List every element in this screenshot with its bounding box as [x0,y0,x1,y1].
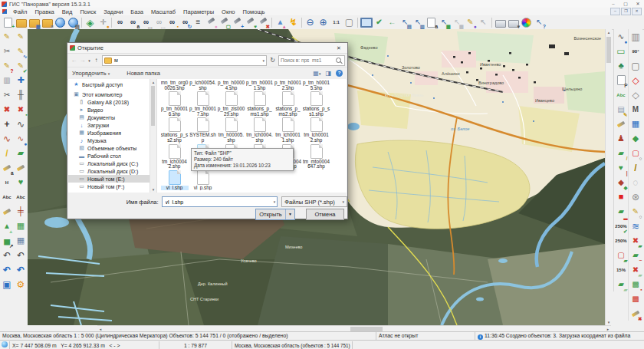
find-object-icon[interactable]: ∞ [113,16,127,28]
legend-colors-icon[interactable]: ▰▂ [615,204,628,219]
create-object-icon[interactable]: ✎ [1,29,14,44]
sidebar-item[interactable]: ▭Локальный диск (D:) [68,167,150,175]
open-map-copy-icon[interactable]: ▤ [67,16,80,28]
edit-point-icon[interactable]: + [1,117,14,131]
file-item[interactable]: vl_l.shp [160,170,189,191]
draw-pencil-icon[interactable]: ✎ [15,29,28,44]
object-composition-icon[interactable]: ✛● [97,16,110,28]
select-ellipse-icon[interactable]: ● [205,16,218,28]
edit-query-icon[interactable]: ✎? [1,58,14,73]
group-objects-icon[interactable]: ▦ [15,219,28,233]
zoom-in-icon[interactable]: ⊕ [317,16,330,28]
angle-90-icon[interactable]: 90° [629,44,642,58]
menu-item[interactable]: Задачи [100,8,127,15]
mdi-minimize-button[interactable]: – [610,8,620,15]
file-item[interactable]: p_tm_h00016.shp [160,91,189,117]
view-frame-icon[interactable]: ▢ [343,16,356,28]
delete-area2-icon[interactable]: ✖▰ [629,262,642,277]
delete-object-icon[interactable]: ✖ [1,102,14,117]
scroll-down-icon[interactable]: ▾ [606,319,612,325]
open-database-icon[interactable]: ≡ [41,16,54,28]
find-in-area-icon[interactable]: ∞▪ [166,16,179,28]
new-folder-button[interactable]: Новая папка [127,70,160,77]
filename-dropdown-icon[interactable]: ▾ [274,199,276,204]
split-line-icon[interactable]: ╪ [15,204,28,219]
sidebar-item[interactable]: ▧Объемные объекты [68,144,150,152]
triangulation-icon[interactable]: ▲▲ [1,219,14,233]
pencil-loop-icon[interactable]: ✎○ [629,204,642,219]
file-item[interactable]: p_tm_h00015.shp [302,81,330,91]
flashlight-delete-icon[interactable]: ✖ [629,306,642,321]
sidebar-item[interactable]: ▭Новый том (F:) [68,183,150,190]
context-help-icon[interactable]: ↖? [533,16,546,28]
filetype-select[interactable]: Файлы SHP (*.shp) ▾ [281,196,347,207]
grid-blue-icon[interactable]: ▦ [629,117,642,131]
step-back-icon[interactable]: ← [386,16,399,28]
pointer-icon[interactable]: ↖ [477,16,490,28]
sidebar-item[interactable]: ▸Видео [68,106,150,114]
search-input[interactable] [279,58,336,63]
sidebar-item[interactable]: ▤Документы [68,114,150,121]
sidebar-item[interactable]: ▦Изображения [68,129,150,137]
sidebar-item[interactable]: ▭Новый том (E:) [68,175,150,183]
select-add-icon[interactable]: + [231,16,244,28]
edit-style-icon[interactable]: ▥ [1,73,14,87]
palette-icon[interactable] [520,16,533,28]
dialog-close-button[interactable]: ✕ [330,45,347,51]
close-button[interactable]: ✕ [632,0,644,8]
scale-15-icon[interactable]: 15% [615,262,628,277]
mdi-close-button[interactable]: ✕ [632,8,642,15]
view-mode-caret-icon[interactable]: ▾ [319,71,321,76]
chart-growth-icon[interactable]: ▅↗ [1,233,14,248]
cut-object-icon[interactable]: ✂ [1,87,14,102]
file-item[interactable]: tm_mto0004647.shp [302,143,330,170]
area-measure-icon[interactable]: ▰/ [615,146,628,160]
file-item[interactable]: p_tm_h00012.shp [274,81,302,91]
file-item[interactable]: stations_p_ms2.shp [274,91,302,117]
flashlight-icon[interactable] [1,204,14,219]
file-item[interactable]: mn_tm_org00026.shp [160,81,189,91]
sidebar-scrollbar[interactable]: ▴ ▾ [150,79,157,193]
up-button[interactable]: ↑ [92,57,100,64]
object-list-icon[interactable]: ≡ [192,16,205,28]
print-icon[interactable] [494,16,507,28]
open-split-dropdown-icon[interactable]: ▼ [285,209,294,219]
organize-button[interactable]: Упорядочить ▾ [72,70,110,77]
search-icon[interactable] [336,58,341,63]
file-item[interactable]: p_tm_h00017.shp [189,91,217,117]
vertical-scroll-thumb[interactable] [606,37,611,63]
node-insert-icon[interactable]: ∿● [15,131,28,146]
sidebar-item[interactable]: ★Быстрый доступ [68,81,150,88]
preview-pane-icon[interactable]: ◨ [325,70,331,77]
menu-item[interactable]: Окно [218,8,238,15]
minimize-button[interactable]: – [607,0,619,8]
flashlight2-icon[interactable] [15,160,28,175]
address-bar[interactable]: м ▾ [102,55,267,66]
knife-cut-icon[interactable]: / [629,160,642,175]
map-vertical-scrollbar[interactable]: ▴ ▾ [605,29,612,325]
file-item[interactable]: tm_lch0004.shp [245,117,274,143]
open-map-icon[interactable] [15,16,28,28]
select-polygon-icon[interactable]: ▢ [218,16,231,28]
coordinate-stepper[interactable]: < - > [110,343,120,348]
edit-curve-icon[interactable]: ∿ [1,131,14,146]
file-item[interactable]: tm_lch00011.shp [274,117,302,143]
fill-pattern-icon[interactable]: ▩ [629,291,642,306]
sidebar-item[interactable]: ♪Музыка [68,137,150,144]
undo-blue-icon[interactable]: ↶ [1,262,14,277]
measure-route-icon[interactable]: ✎● [464,16,477,28]
select-on-map-off-icon[interactable]: ↖▦ [451,16,464,28]
subtract-area-icon[interactable]: ▰− [629,248,642,262]
new-map-icon[interactable]: + [2,16,15,28]
sidebar-scroll-up-icon[interactable]: ▴ [150,79,156,85]
file-item[interactable]: p_tm_h00011.shp [245,81,274,91]
back-button[interactable]: ← [70,57,78,64]
draw-confirm-icon[interactable]: ✎✔ [15,58,28,73]
delete-area-icon[interactable]: ✖▰ [629,233,642,248]
text-label-icon[interactable]: Abc [615,87,628,102]
select-to-panel-icon[interactable]: ↖▤ [399,16,412,28]
rotate-area-icon[interactable]: ▰ [15,146,28,160]
diamond-overlay-icon[interactable]: ◆◆ [615,175,628,189]
menu-item[interactable]: База [127,8,147,15]
scale-1to1-icon[interactable]: 1:1 [330,16,343,28]
